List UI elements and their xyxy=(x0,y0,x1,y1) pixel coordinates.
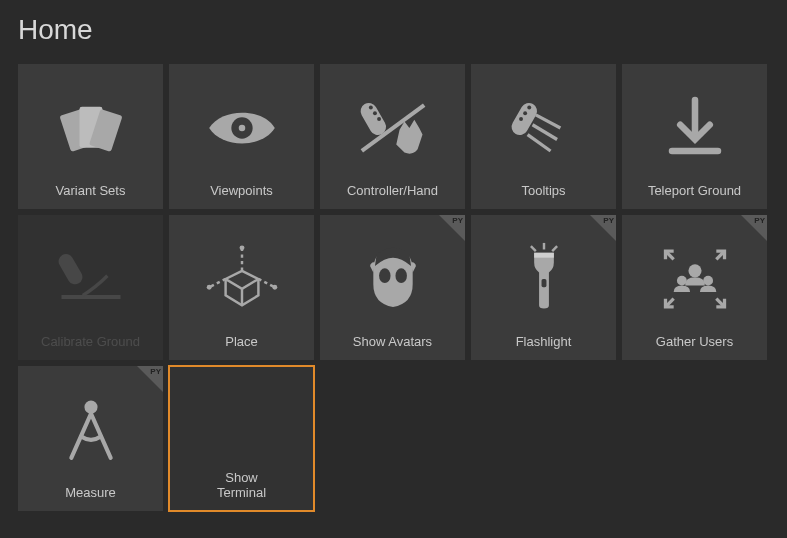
page-title: Home xyxy=(18,14,769,46)
tile-show-terminal[interactable]: Show Terminal xyxy=(169,366,314,511)
svg-point-8 xyxy=(377,117,381,121)
tile-label: Place xyxy=(217,334,266,350)
calibrate-ground-icon xyxy=(18,215,163,334)
svg-point-26 xyxy=(239,245,244,250)
svg-rect-31 xyxy=(534,252,554,257)
tile-label: Flashlight xyxy=(508,334,580,350)
svg-rect-32 xyxy=(541,279,546,287)
svg-line-16 xyxy=(527,134,550,150)
tooltips-icon xyxy=(471,64,616,183)
svg-line-25 xyxy=(258,279,274,287)
svg-line-14 xyxy=(535,115,560,128)
tile-measure[interactable]: MeasurePY xyxy=(18,366,163,511)
py-badge-label: PY xyxy=(754,216,765,225)
svg-point-13 xyxy=(519,117,523,121)
tile-label: Gather Users xyxy=(648,334,741,350)
viewpoints-icon xyxy=(169,64,314,183)
tile-place[interactable]: Place xyxy=(169,215,314,360)
show-terminal-icon xyxy=(169,366,314,470)
svg-line-35 xyxy=(552,246,557,251)
tile-label: Variant Sets xyxy=(48,183,134,199)
tile-label: Viewpoints xyxy=(202,183,281,199)
tile-label: Show Avatars xyxy=(345,334,440,350)
py-badge-label: PY xyxy=(452,216,463,225)
svg-point-30 xyxy=(395,268,406,283)
controller-hand-icon xyxy=(320,64,465,183)
svg-point-28 xyxy=(272,284,277,289)
tile-flashlight[interactable]: FlashlightPY xyxy=(471,215,616,360)
svg-line-34 xyxy=(530,246,535,251)
svg-line-24 xyxy=(209,279,225,287)
tile-label: Tooltips xyxy=(513,183,573,199)
tile-label: Measure xyxy=(57,485,124,501)
tile-viewpoints[interactable]: Viewpoints xyxy=(169,64,314,209)
svg-point-27 xyxy=(206,284,211,289)
svg-point-29 xyxy=(379,268,390,283)
tile-show-avatars[interactable]: Show AvatarsPY xyxy=(320,215,465,360)
svg-point-11 xyxy=(527,105,531,109)
svg-point-12 xyxy=(523,111,527,115)
svg-point-38 xyxy=(703,275,713,285)
tile-label: Show Terminal xyxy=(209,470,274,501)
tile-grid: Variant SetsViewpointsController/HandToo… xyxy=(18,64,769,511)
svg-point-37 xyxy=(676,275,686,285)
svg-line-15 xyxy=(532,124,557,139)
tile-gather-users[interactable]: Gather UsersPY xyxy=(622,215,767,360)
svg-point-7 xyxy=(372,111,376,115)
svg-point-6 xyxy=(368,105,372,109)
svg-point-36 xyxy=(688,264,701,277)
svg-rect-19 xyxy=(55,251,84,287)
svg-rect-10 xyxy=(508,100,539,138)
tile-label: Teleport Ground xyxy=(640,183,749,199)
tile-variant-sets[interactable]: Variant Sets xyxy=(18,64,163,209)
teleport-ground-icon xyxy=(622,64,767,183)
py-badge-label: PY xyxy=(603,216,614,225)
py-badge-label: PY xyxy=(150,367,161,376)
tile-label: Controller/Hand xyxy=(339,183,446,199)
tile-calibrate-ground[interactable]: Calibrate Ground xyxy=(18,215,163,360)
variant-sets-icon xyxy=(18,64,163,183)
tile-controller-hand[interactable]: Controller/Hand xyxy=(320,64,465,209)
svg-point-4 xyxy=(238,124,245,131)
place-icon xyxy=(169,215,314,334)
tile-tooltips[interactable]: Tooltips xyxy=(471,64,616,209)
tile-teleport-ground[interactable]: Teleport Ground xyxy=(622,64,767,209)
tile-label: Calibrate Ground xyxy=(33,334,148,350)
svg-marker-21 xyxy=(225,271,258,289)
